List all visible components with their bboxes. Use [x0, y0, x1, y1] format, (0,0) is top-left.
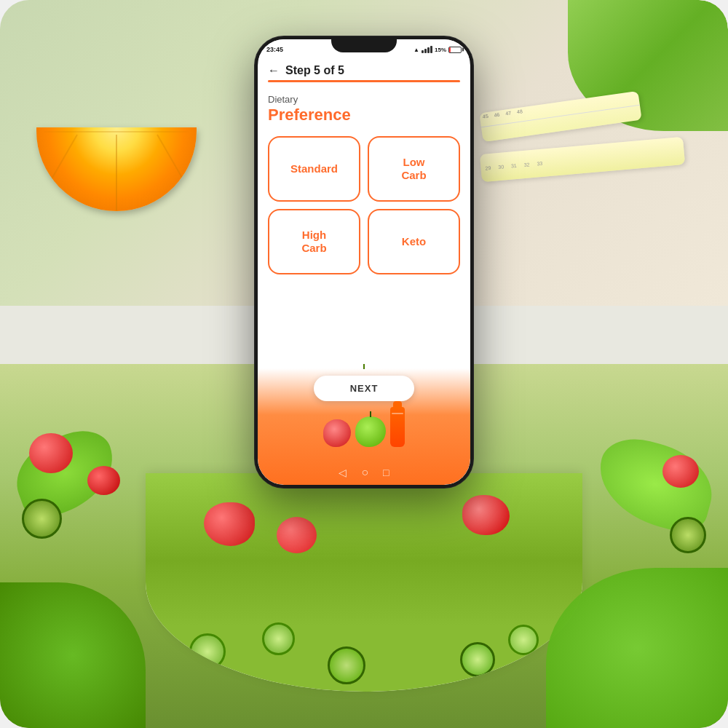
next-button[interactable]: NEXT — [314, 376, 415, 401]
step-label: Step 5 of 5 — [285, 64, 344, 77]
nav-home-icon[interactable]: ○ — [361, 466, 368, 479]
status-time: 23:45 — [266, 46, 283, 53]
dietary-subtitle: Dietary — [268, 94, 460, 106]
status-icons: ▲ 15% — [414, 46, 462, 53]
wifi-icon: ▲ — [414, 47, 419, 53]
option-high-carb[interactable]: High Carb — [268, 209, 360, 274]
option-standard[interactable]: Standard — [268, 136, 360, 202]
back-button[interactable]: ← — [268, 64, 280, 77]
battery-percent: 15% — [435, 47, 446, 53]
phone-nav-bar: ◁ ○ □ — [339, 466, 389, 479]
nav-back-icon[interactable]: ◁ — [339, 467, 347, 478]
nav-recents-icon[interactable]: □ — [383, 467, 389, 478]
apple-red-icon — [323, 419, 351, 447]
battery-fill — [449, 47, 451, 52]
water-bottle-icon — [390, 407, 405, 447]
fruit-illustration — [323, 407, 405, 447]
phone: 23:45 ▲ 15% — [255, 36, 473, 488]
app-content: Dietary Preference Standard Low Carb Hig… — [258, 82, 470, 274]
apple-green-icon — [355, 416, 386, 447]
phone-notch — [331, 36, 397, 52]
option-low-carb[interactable]: Low Carb — [368, 136, 460, 202]
app-header: ← Step 5 of 5 — [258, 60, 470, 80]
option-keto[interactable]: Keto — [368, 209, 460, 274]
options-grid: Standard Low Carb High Carb Keto — [268, 136, 460, 274]
dietary-title: Preference — [268, 106, 460, 124]
background-scene: 45 46 47 48 29 30 31 32 33 — [0, 0, 728, 728]
signal-icon — [422, 46, 432, 53]
battery-icon — [448, 47, 462, 53]
